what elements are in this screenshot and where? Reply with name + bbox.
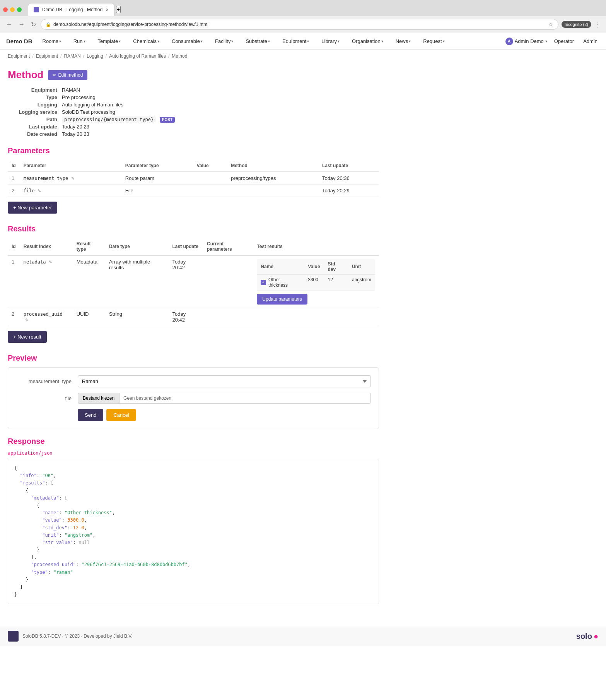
- nav-item-operator[interactable]: Operator: [552, 37, 576, 46]
- equipment-label: Equipment: [8, 87, 62, 93]
- app-navbar: Demo DB Rooms ▾ Run ▾ Template ▾ Chemica…: [0, 33, 606, 50]
- fullscreen-traffic-light[interactable]: [17, 7, 22, 12]
- nav-item-request[interactable]: Request ▾: [421, 37, 447, 46]
- bookmark-icon[interactable]: ☆: [548, 21, 553, 27]
- param-row2-parameter: file ✎: [20, 185, 121, 197]
- measurement-type-select[interactable]: Raman: [78, 375, 371, 387]
- response-section: Response application/json { "info": "OK"…: [8, 437, 379, 604]
- param-row2-edit-icon[interactable]: ✎: [38, 188, 41, 193]
- param-row1-edit-icon[interactable]: ✎: [71, 176, 75, 181]
- nav-item-chemicals[interactable]: Chemicals ▾: [131, 37, 162, 46]
- tr-col-stddev: Std dev: [324, 259, 348, 275]
- list-item: Other thickness 3300 12 angstrom: [257, 275, 375, 291]
- tr-col-value: Value: [304, 259, 324, 275]
- browser-tab-active[interactable]: Demo DB - Logging - Method ×: [28, 3, 114, 16]
- result-col-lastupdate: Last update: [169, 238, 203, 255]
- tr-col-unit: Unit: [348, 259, 375, 275]
- breadcrumb-equipment1[interactable]: Equipment: [8, 53, 30, 59]
- back-button[interactable]: ←: [5, 19, 14, 29]
- result-row1-id: 1: [8, 255, 20, 308]
- close-traffic-light[interactable]: [3, 7, 8, 12]
- reload-button[interactable]: ↻: [29, 19, 38, 30]
- nav-item-admin[interactable]: Admin: [581, 37, 600, 46]
- file-choose-button[interactable]: Bestand kiezen: [78, 393, 119, 404]
- tr-col-name: Name: [257, 259, 304, 275]
- result-row1-index: metadata ✎: [20, 255, 73, 308]
- param-col-id: Id: [8, 160, 20, 172]
- chevron-down-icon: ▾: [338, 39, 340, 43]
- param-row2-value: [193, 185, 227, 197]
- nav-label-facility: Facility: [215, 38, 230, 44]
- nav-item-facility[interactable]: Facility ▾: [213, 37, 236, 46]
- nav-item-template[interactable]: Template ▾: [96, 37, 123, 46]
- footer-logo-dot: ●: [594, 632, 598, 641]
- nav-item-equipment[interactable]: Equipment ▾: [280, 37, 311, 46]
- cancel-button[interactable]: Cancel: [106, 409, 136, 421]
- file-input-row: Bestand kiezen Geen bestand gekozen: [78, 393, 371, 404]
- new-parameter-button[interactable]: + New parameter: [8, 202, 57, 214]
- main-content: Method ✏ Edit method Equipment RAMAN Typ…: [0, 63, 387, 610]
- breadcrumb-sep: /: [32, 53, 33, 59]
- parameters-table: Id Parameter Parameter type Value Method…: [8, 160, 379, 197]
- tab-close-button[interactable]: ×: [106, 7, 109, 13]
- logging-service-label: Logging service: [8, 109, 62, 115]
- method-info-table: Equipment RAMAN Type Pre processing Logg…: [8, 87, 379, 137]
- new-result-button[interactable]: + New result: [8, 331, 47, 343]
- tab-favicon: [34, 7, 39, 12]
- nav-label-chemicals: Chemicals: [133, 38, 157, 44]
- preview-form: measurement_type Raman file Bestand kiez…: [8, 367, 379, 429]
- tr-value: 3300: [304, 275, 324, 291]
- result-col-testresults: Test results: [253, 238, 379, 255]
- nav-item-organisation[interactable]: Organisation ▾: [350, 37, 386, 46]
- footer-text: SoloDB 5.8.7-DEV · © 2023 · Developed by…: [22, 633, 133, 639]
- nav-label-rooms: Rooms: [43, 38, 58, 44]
- brand-logo[interactable]: Demo DB: [6, 38, 32, 44]
- nav-item-run[interactable]: Run ▾: [71, 37, 88, 46]
- measurement-type-control: Raman: [78, 375, 371, 387]
- minimize-traffic-light[interactable]: [10, 7, 15, 12]
- chevron-down-icon: ▾: [443, 39, 445, 43]
- admin-demo-menu[interactable]: A Admin Demo ▾: [505, 38, 547, 45]
- nav-item-substrate[interactable]: Substrate ▾: [243, 37, 272, 46]
- param-col-parameter: Parameter: [20, 160, 121, 172]
- new-tab-button[interactable]: +: [116, 6, 121, 13]
- edit-button-label: Edit method: [58, 72, 83, 78]
- breadcrumb-equipment2[interactable]: Equipment: [36, 53, 58, 59]
- address-bar[interactable]: 🔒 demo.solodb.net/equipment/logging/serv…: [41, 19, 558, 30]
- response-heading: Response: [8, 437, 379, 446]
- result-col-index: Result index: [20, 238, 73, 255]
- update-parameters-button[interactable]: Update parameters: [257, 294, 307, 305]
- edit-method-button[interactable]: ✏ Edit method: [48, 70, 87, 80]
- param-row1-parameter: measurement_type ✎: [20, 172, 121, 185]
- breadcrumb-sep: /: [106, 53, 107, 59]
- breadcrumb-logging[interactable]: Logging: [87, 53, 103, 59]
- date-created-value: Today 20:23: [62, 131, 89, 137]
- file-row: file Bestand kiezen Geen bestand gekozen: [16, 393, 371, 404]
- send-button[interactable]: Send: [78, 409, 103, 421]
- breadcrumb-raman[interactable]: RAMAN: [64, 53, 80, 59]
- browser-menu-icon[interactable]: ⋮: [594, 20, 601, 29]
- chevron-down-icon: ▾: [59, 39, 61, 43]
- nav-item-library[interactable]: Library ▾: [319, 37, 342, 46]
- result-row1-datetype: Array with multiple results: [105, 255, 169, 308]
- incognito-badge: Incognito (2): [562, 21, 591, 28]
- nav-item-consumable[interactable]: Consumable ▾: [169, 37, 205, 46]
- page-title-row: Method ✏ Edit method: [8, 69, 379, 81]
- breadcrumb-auto-logging[interactable]: Auto logging of Raman files: [109, 53, 166, 59]
- result-row1-edit-icon[interactable]: ✎: [49, 260, 52, 264]
- nav-item-rooms[interactable]: Rooms ▾: [40, 37, 63, 46]
- forward-button[interactable]: →: [17, 19, 26, 29]
- result-row1-lastupdate: Today 20:42: [169, 255, 203, 308]
- file-control: Bestand kiezen Geen bestand gekozen: [78, 393, 371, 404]
- tr-unit: angstrom: [348, 275, 375, 291]
- nav-item-news[interactable]: News ▾: [393, 37, 413, 46]
- tr-name-text: Other thickness: [268, 277, 300, 288]
- parameters-heading: Parameters: [8, 146, 379, 155]
- result-row2-edit-icon[interactable]: ✎: [25, 318, 29, 322]
- nav-label-library: Library: [321, 38, 337, 44]
- chevron-down-icon: ▾: [84, 39, 85, 43]
- checkbox-checked[interactable]: [261, 280, 266, 285]
- post-badge: POST: [160, 117, 175, 123]
- tr-name: Other thickness: [257, 275, 304, 291]
- param-row2-method: [227, 185, 318, 197]
